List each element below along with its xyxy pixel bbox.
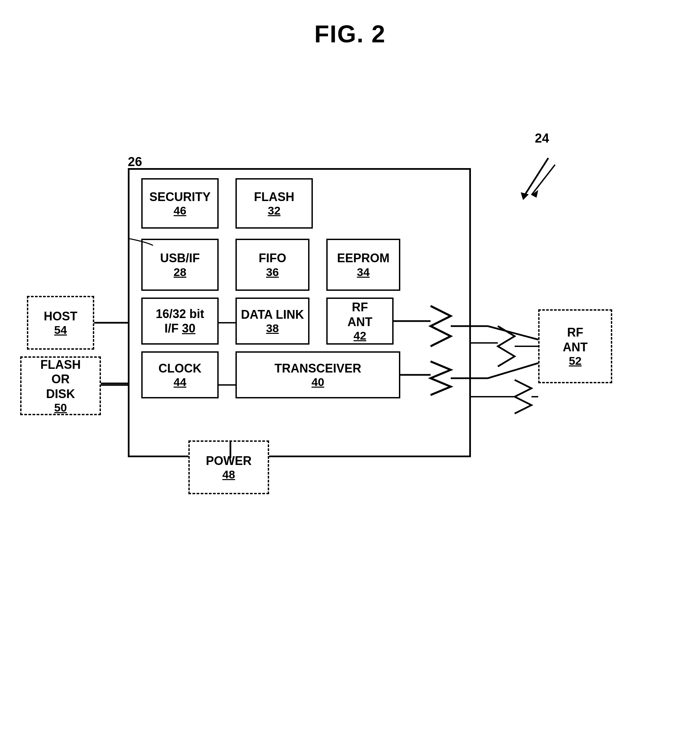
svg-line-0 [531, 165, 555, 195]
flashdisk-box: FLASH OR DISK 50 [20, 357, 101, 415]
svg-line-20 [488, 326, 538, 340]
rfant-outer-box: RF ANT 52 [538, 309, 612, 383]
svg-line-23 [488, 363, 538, 378]
datalink-box: DATA LINK 38 [236, 297, 310, 345]
label-24: 24 [535, 131, 549, 146]
svg-line-11 [525, 158, 548, 195]
transceiver-box: TRANSCEIVER 40 [236, 351, 400, 398]
clock-box: CLOCK 44 [141, 351, 219, 398]
eeprom-box: EEPROM 34 [326, 239, 400, 291]
page-title: FIG. 2 [0, 0, 700, 48]
usbif-box: USB/IF 28 [141, 239, 219, 291]
svg-marker-12 [521, 192, 529, 200]
power-box: POWER 48 [188, 440, 269, 494]
rfant-inner-box: RF ANT 42 [326, 297, 393, 345]
host-box: HOST 54 [27, 296, 94, 350]
svg-marker-1 [531, 190, 538, 198]
fifo-box: FIFO 36 [236, 239, 310, 291]
security-box: SECURITY 46 [141, 178, 219, 229]
diagram-area: 26 24 SECURITY 46 FLASH 32 USB/IF 28 FIF… [0, 74, 700, 730]
label-26: 26 [128, 155, 142, 169]
bitif-box: 16/32 bit I/F 30 [141, 297, 219, 345]
flash-box: FLASH 32 [236, 178, 313, 229]
